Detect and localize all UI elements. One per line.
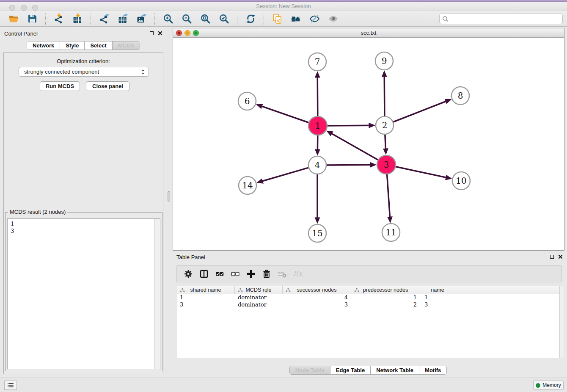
cell-name[interactable]: 1	[420, 294, 455, 301]
column-header-MCDS-role[interactable]: MCDS role	[235, 286, 283, 294]
network-view-window: scc.txt 1234678910111415	[173, 28, 564, 251]
search-box[interactable]	[439, 14, 563, 24]
search-icon	[442, 16, 449, 22]
home-button[interactable]	[288, 12, 303, 25]
cell-successor-nodes[interactable]: 3	[283, 301, 351, 309]
settings-gear-button[interactable]	[180, 267, 196, 281]
search-input[interactable]	[449, 15, 562, 23]
import-network-button[interactable]	[51, 12, 66, 25]
mcds-result-text[interactable]: 13	[7, 218, 160, 369]
cell-predecessor-nodes[interactable]: 2	[351, 301, 420, 309]
node-table-header: shared nameMCDS rolesuccessor nodesprede…	[177, 286, 559, 294]
table-tab-network-table[interactable]: Network Table	[370, 366, 419, 374]
node-4[interactable]: 4	[308, 156, 326, 174]
hide-graphics-details-button[interactable]	[307, 12, 322, 25]
select-all-rows-button[interactable]	[212, 267, 227, 281]
zoom-selected-button[interactable]	[216, 12, 231, 25]
table-row[interactable]: 1dominator411	[177, 294, 559, 301]
node-9[interactable]: 9	[375, 52, 393, 70]
edge-3-11[interactable]	[387, 174, 391, 221]
deselect-all-rows-button[interactable]	[227, 267, 243, 281]
node-8[interactable]: 8	[451, 87, 469, 105]
edge-2-8[interactable]	[394, 100, 450, 122]
node-table: shared nameMCDS rolesuccessor nodesprede…	[177, 286, 564, 358]
node-11[interactable]: 11	[382, 224, 400, 241]
zoom-in-button[interactable]	[160, 12, 176, 25]
zoom-fit-button[interactable]	[198, 12, 213, 25]
node-14[interactable]: 14	[239, 177, 256, 194]
edge-2-3[interactable]	[385, 135, 386, 153]
show-graphics-details-button[interactable]	[325, 12, 341, 25]
result-scrollbar[interactable]	[154, 219, 160, 369]
network-canvas[interactable]: 1234678910111415	[173, 38, 564, 250]
node-6[interactable]: 6	[238, 92, 256, 110]
table-row[interactable]: 3dominator323	[177, 301, 559, 309]
node-15[interactable]: 15	[308, 224, 326, 242]
node-2[interactable]: 2	[376, 116, 394, 134]
export-image-button[interactable]	[134, 12, 149, 25]
zoom-out-button[interactable]	[179, 12, 194, 25]
splitter-grip-vertical[interactable]	[168, 191, 170, 202]
column-header-name[interactable]: name	[420, 286, 455, 294]
export-table-button[interactable]	[115, 12, 130, 25]
node-7[interactable]: 7	[308, 53, 326, 71]
close-panel-icon[interactable]	[158, 31, 162, 36]
export-network-button[interactable]	[96, 12, 112, 25]
network-graph[interactable]: 1234678910111415	[173, 38, 564, 250]
edge-4-14[interactable]	[258, 168, 308, 182]
close-table-panel-icon[interactable]	[558, 254, 563, 259]
cell-successor-nodes[interactable]: 4	[283, 294, 351, 301]
table-tab-edge-table[interactable]: Edge Table	[330, 366, 370, 374]
table-scrollbar[interactable]	[559, 286, 564, 358]
float-panel-icon[interactable]	[150, 31, 154, 35]
node-label: 15	[312, 228, 322, 238]
edge-1-6[interactable]	[258, 105, 309, 123]
memory-button[interactable]: Memory	[533, 381, 564, 390]
node-3[interactable]: 3	[377, 155, 396, 174]
column-header-shared-name[interactable]: shared name	[177, 286, 235, 294]
delete-rows-button[interactable]	[259, 267, 274, 281]
cell-MCDS-role[interactable]: dominator	[235, 301, 283, 309]
memory-label: Memory	[542, 382, 561, 388]
close-panel-button[interactable]: Close panel	[86, 81, 129, 91]
node-label: 14	[242, 180, 253, 190]
column-header-predecessor-nodes[interactable]: predecessor nodes	[351, 286, 420, 294]
refresh-view-button[interactable]	[243, 12, 258, 25]
node-label: 1	[315, 121, 321, 131]
float-table-panel-icon[interactable]	[550, 255, 554, 259]
edge-1-2[interactable]	[328, 125, 374, 126]
cell-MCDS-role[interactable]: dominator	[235, 294, 283, 301]
edge-3-1[interactable]	[328, 131, 378, 160]
cell-predecessor-nodes[interactable]: 1	[351, 294, 420, 301]
network-window-titlebar[interactable]: scc.txt	[173, 28, 564, 38]
edge-1-7[interactable]	[317, 73, 318, 116]
duplicate-network-button[interactable]	[270, 12, 285, 25]
edge-1-4[interactable]	[317, 135, 318, 154]
tab-mcds[interactable]: MCDS	[112, 41, 140, 50]
edge-3-10[interactable]	[396, 167, 451, 179]
import-table-button[interactable]	[70, 12, 85, 25]
node-10[interactable]: 10	[452, 172, 470, 190]
save-session-button[interactable]	[25, 12, 40, 25]
cell-shared-name[interactable]: 1	[177, 294, 235, 301]
cell-name[interactable]: 3	[420, 301, 455, 309]
task-history-button[interactable]	[4, 381, 17, 390]
cell-shared-name[interactable]: 3	[177, 301, 235, 309]
criterion-dropdown[interactable]: strongly connected component	[19, 67, 149, 77]
table-tab-node-table[interactable]: Node Table	[290, 366, 330, 374]
table-tab-motifs[interactable]: Motifs	[419, 366, 446, 374]
add-row-button[interactable]	[243, 267, 259, 281]
node-1[interactable]: 1	[308, 116, 327, 135]
control-panel-tabs: NetworkStyleSelectMCDS	[27, 41, 140, 50]
open-session-button[interactable]	[6, 12, 21, 25]
column-header-successor-nodes[interactable]: successor nodes	[283, 286, 351, 294]
edge-2-9[interactable]	[384, 72, 385, 116]
tab-style[interactable]: Style	[60, 41, 84, 50]
edge-4-3[interactable]	[327, 165, 375, 165]
column-label: name	[431, 287, 444, 293]
tab-select[interactable]: Select	[84, 41, 112, 50]
tab-network[interactable]: Network	[27, 41, 60, 50]
toggle-columns-button[interactable]	[196, 267, 212, 281]
app-title: Session: New Session	[0, 3, 567, 9]
run-mcds-button[interactable]: Run MCDS	[40, 81, 80, 91]
